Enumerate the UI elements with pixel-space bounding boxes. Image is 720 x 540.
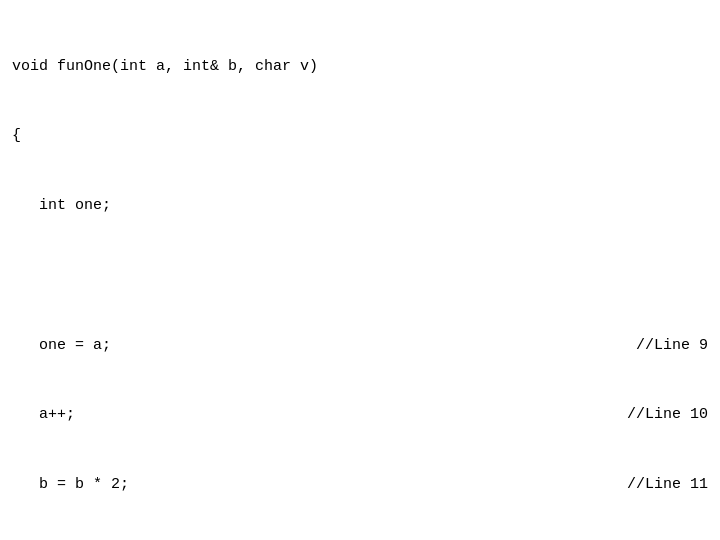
comment-5: //Line 10 xyxy=(627,403,708,426)
code-text-6: b = b * 2; xyxy=(12,473,129,496)
code-text-1: void funOne(int a, int& b, char v) xyxy=(12,55,318,78)
comment-4: //Line 9 xyxy=(636,334,708,357)
code-text-4: one = a; xyxy=(12,334,111,357)
code-text-3: int one; xyxy=(12,194,111,217)
code-editor: void funOne(int a, int& b, char v) { int… xyxy=(0,0,720,540)
code-line-2: { xyxy=(12,124,708,147)
code-line-4: one = a; //Line 9 xyxy=(12,334,708,357)
empty-line-1 xyxy=(12,264,708,287)
code-line-3: int one; xyxy=(12,194,708,217)
code-line-6: b = b * 2; //Line 11 xyxy=(12,473,708,496)
code-line-5: a++; //Line 10 xyxy=(12,403,708,426)
code-text-5: a++; xyxy=(12,403,75,426)
code-line-1: void funOne(int a, int& b, char v) xyxy=(12,55,708,78)
comment-6: //Line 11 xyxy=(627,473,708,496)
code-text-2: { xyxy=(12,124,21,147)
